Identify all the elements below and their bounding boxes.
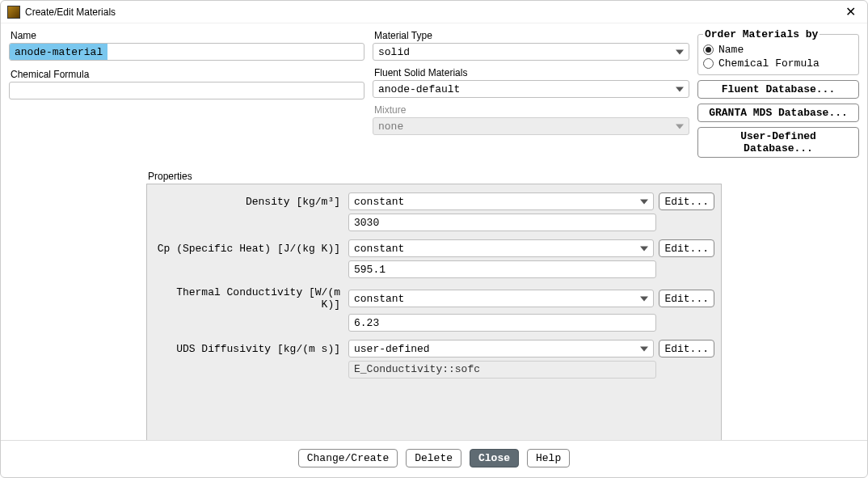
order-by-formula-radio[interactable]: Chemical Formula [703, 57, 853, 70]
density-edit-button[interactable]: Edit... [659, 192, 714, 210]
density-label: Density [kg/m³] [154, 196, 343, 208]
cp-label: Cp (Specific Heat) [J/(kg K)] [154, 243, 343, 255]
close-icon[interactable]: ✕ [841, 4, 861, 19]
name-input[interactable]: anode-material [9, 43, 364, 61]
name-input-value: anode-material [10, 44, 107, 60]
close-button[interactable]: Close [470, 449, 519, 467]
cp-value-input[interactable] [348, 260, 656, 278]
chevron-down-icon [640, 347, 648, 352]
app-icon [7, 6, 20, 19]
name-label: Name [11, 30, 364, 41]
fluent-solid-label: Fluent Solid Materials [374, 67, 689, 78]
window-title: Create/Edit Materials [25, 6, 116, 18]
chevron-down-icon [676, 125, 684, 129]
radio-icon [703, 58, 714, 69]
order-materials-legend: Order Materials by [703, 28, 820, 40]
density-value-input[interactable] [348, 214, 656, 231]
chevron-down-icon [640, 297, 648, 302]
fluent-solid-select[interactable]: anode-default [373, 80, 689, 98]
change-create-button[interactable]: Change/Create [298, 449, 398, 467]
mixture-select: none [373, 117, 689, 135]
order-by-name-label: Name [718, 44, 744, 56]
mixture-label: Mixture [374, 104, 689, 116]
chevron-down-icon [676, 50, 684, 55]
radio-icon [703, 44, 714, 55]
uds-label: UDS Diffusivity [kg/(m s)] [154, 343, 343, 355]
delete-button[interactable]: Delete [406, 449, 461, 467]
thermal-label: Thermal Conductivity [W/(m K)] [154, 286, 343, 311]
uds-edit-button[interactable]: Edit... [659, 340, 714, 357]
thermal-value-input[interactable] [348, 314, 656, 332]
thermal-edit-button[interactable]: Edit... [659, 290, 714, 307]
thermal-method-value: constant [354, 293, 404, 305]
fluent-database-button[interactable]: Fluent Database... [697, 80, 859, 99]
uds-method-value: user-defined [354, 343, 430, 355]
order-by-name-radio[interactable]: Name [703, 44, 853, 56]
order-by-formula-label: Chemical Formula [718, 57, 820, 70]
density-method-select[interactable]: constant [348, 192, 654, 210]
thermal-method-select[interactable]: constant [348, 290, 654, 307]
order-materials-group: Order Materials by Name Chemical Formula [697, 28, 859, 75]
material-type-label: Material Type [374, 30, 689, 41]
uds-method-select[interactable]: user-defined [348, 340, 654, 357]
chemical-formula-input[interactable] [9, 82, 364, 99]
mixture-value: none [378, 121, 403, 133]
chevron-down-icon [640, 200, 648, 205]
fluent-solid-value: anode-default [378, 83, 460, 95]
help-button[interactable]: Help [527, 449, 570, 467]
density-method-value: constant [354, 196, 404, 208]
cp-edit-button[interactable]: Edit... [659, 239, 714, 257]
uds-value-display: E_Conductivity::sofc [348, 361, 656, 379]
chevron-down-icon [676, 87, 684, 92]
cp-method-value: constant [354, 243, 404, 255]
granta-database-button[interactable]: GRANTA MDS Database... [697, 104, 859, 122]
material-type-value: solid [378, 46, 410, 58]
material-type-select[interactable]: solid [373, 43, 689, 61]
user-database-button[interactable]: User-Defined Database... [697, 127, 859, 158]
properties-panel: Density [kg/m³] constant Edit... Cp (Spe… [146, 184, 722, 440]
cp-method-select[interactable]: constant [348, 239, 654, 257]
chemical-formula-label: Chemical Formula [11, 69, 364, 80]
properties-label: Properties [148, 171, 722, 182]
chevron-down-icon [640, 247, 648, 252]
